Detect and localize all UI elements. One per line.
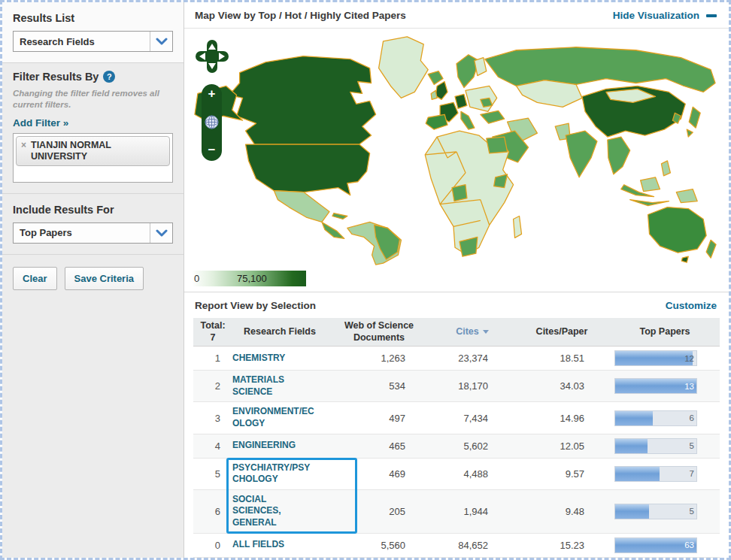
hide-visualization-link[interactable]: Hide Visualization bbox=[613, 10, 717, 21]
results-list-dropdown-value: Research Fields bbox=[14, 36, 95, 47]
customize-link[interactable]: Customize bbox=[666, 300, 717, 311]
include-results-dropdown-value: Top Papers bbox=[14, 227, 72, 238]
page: Results List Research Fields Filter Resu… bbox=[0, 0, 731, 560]
include-results-dropdown[interactable]: Top Papers bbox=[13, 222, 173, 244]
filter-section: Filter Results By ? Changing the filter … bbox=[2, 63, 184, 194]
cites-per-paper-value: 15.23 bbox=[514, 540, 610, 551]
filter-note: Changing the filter field removes all cu… bbox=[13, 88, 173, 110]
cites-value: 7,434 bbox=[431, 413, 514, 424]
row-rank: 0 bbox=[193, 540, 232, 551]
top-papers-bar: 5 bbox=[614, 504, 697, 519]
research-field-link[interactable]: ALL FIELDS bbox=[232, 539, 317, 551]
sidebar-buttons: Clear Save Criteria bbox=[2, 255, 184, 302]
cites-per-paper-value: 9.57 bbox=[514, 468, 610, 480]
cites-value: 4,488 bbox=[431, 468, 514, 480]
clear-button[interactable]: Clear bbox=[13, 267, 57, 290]
globe-icon[interactable] bbox=[205, 115, 219, 129]
total-value: 7 bbox=[193, 332, 232, 344]
results-list-dropdown[interactable]: Research Fields bbox=[13, 31, 173, 52]
row-rank: 3 bbox=[193, 413, 232, 424]
top-papers-bar: 13 bbox=[614, 378, 697, 394]
top-papers-bar: 7 bbox=[614, 466, 697, 482]
documents-value: 1,263 bbox=[327, 353, 431, 364]
documents-value: 534 bbox=[327, 380, 431, 392]
research-field-link[interactable]: ENGINEERING bbox=[232, 440, 317, 452]
remove-filter-icon[interactable]: × bbox=[21, 140, 26, 151]
chevron-down-icon bbox=[150, 32, 172, 51]
chevron-down-icon bbox=[150, 223, 172, 243]
top-papers-value: 7 bbox=[690, 469, 694, 478]
top-papers-bar: 12 bbox=[614, 350, 697, 366]
top-papers-value: 5 bbox=[690, 507, 694, 516]
documents-header: Web of Science Documents bbox=[327, 320, 431, 344]
save-criteria-button[interactable]: Save Criteria bbox=[65, 267, 144, 290]
map-title: Map View by Top / Hot / Highly Cited Pap… bbox=[195, 10, 406, 21]
row-rank: 5 bbox=[193, 468, 232, 480]
top-papers-header: Top Papers bbox=[610, 326, 720, 338]
documents-value: 5,560 bbox=[327, 540, 431, 551]
research-field-link[interactable]: SOCIAL SCIENCES, GENERAL bbox=[232, 494, 317, 529]
row-rank: 2 bbox=[193, 380, 232, 392]
top-papers-value: 13 bbox=[684, 382, 694, 391]
cites-value: 18,170 bbox=[431, 380, 514, 392]
cites-header[interactable]: Cites bbox=[431, 326, 514, 338]
top-papers-bar: 6 bbox=[614, 410, 697, 426]
filter-title: Filter Results By bbox=[13, 71, 99, 83]
research-field-link[interactable]: CHEMISTRY bbox=[232, 353, 317, 365]
collapse-icon bbox=[706, 14, 717, 17]
table-row: 2 MATERIALS SCIENCE 534 18,170 34.03 13 bbox=[193, 371, 720, 402]
include-results-section: Include Results For Top Papers bbox=[2, 194, 184, 255]
row-rank: 4 bbox=[193, 440, 232, 452]
table-row: 1 CHEMISTRY 1,263 23,374 18.51 12 bbox=[193, 347, 720, 371]
main-panel: Map View by Top / Hot / Highly Cited Pap… bbox=[184, 2, 729, 558]
report-title: Report View by Selection bbox=[195, 300, 316, 311]
sort-descending-icon bbox=[483, 330, 489, 334]
legend-gradient-bar: 0 75,100 bbox=[192, 271, 306, 286]
research-field-link[interactable]: MATERIALS SCIENCE bbox=[232, 374, 317, 398]
world-map[interactable]: + − bbox=[184, 29, 729, 271]
map-header: Map View by Top / Hot / Highly Cited Pap… bbox=[184, 2, 729, 29]
cites-value: 5,602 bbox=[431, 440, 514, 452]
include-results-title: Include Results For bbox=[13, 204, 173, 216]
filter-tag: × TIANJIN NORMAL UNIVERSITY bbox=[16, 136, 170, 166]
cites-value: 23,374 bbox=[431, 353, 514, 364]
legend-max-value: 75,100 bbox=[237, 273, 267, 284]
cites-per-paper-value: 18.51 bbox=[514, 353, 610, 364]
documents-value: 469 bbox=[327, 468, 431, 480]
map-legend: 0 75,100 bbox=[184, 271, 729, 292]
zoom-control: + − bbox=[202, 84, 222, 161]
zoom-out-button[interactable]: − bbox=[208, 144, 216, 156]
table-header-row: Total: 7 Research Fields Web of Science … bbox=[193, 318, 720, 347]
research-fields-header: Research Fields bbox=[232, 326, 327, 338]
sidebar: Results List Research Fields Filter Resu… bbox=[2, 2, 184, 558]
report-header: Report View by Selection Customize bbox=[184, 292, 729, 318]
cites-per-paper-value: 34.03 bbox=[514, 380, 610, 392]
pan-control[interactable] bbox=[195, 39, 229, 74]
cites-value: 1,944 bbox=[431, 506, 514, 517]
research-field-link[interactable]: PSYCHIATRY/PSYCHOLOGY bbox=[232, 462, 317, 486]
top-papers-bar: 5 bbox=[614, 438, 697, 454]
top-papers-bar: 63 bbox=[614, 537, 697, 553]
top-papers-value: 5 bbox=[690, 441, 694, 450]
row-rank: 1 bbox=[193, 353, 232, 364]
report-table: Total: 7 Research Fields Web of Science … bbox=[193, 318, 720, 558]
cites-per-paper-value: 12.05 bbox=[514, 440, 610, 452]
map-navigation-controls: + − bbox=[195, 39, 229, 161]
total-header: Total: 7 bbox=[193, 320, 232, 344]
zoom-in-button[interactable]: + bbox=[208, 87, 216, 100]
documents-value: 205 bbox=[327, 506, 431, 517]
table-row: 5 PSYCHIATRY/PSYCHOLOGY 469 4,488 9.57 7 bbox=[193, 459, 720, 490]
choropleth-map bbox=[187, 30, 723, 269]
add-filter-link[interactable]: Add Filter » bbox=[13, 117, 68, 129]
row-rank: 6 bbox=[193, 506, 232, 517]
documents-value: 497 bbox=[327, 413, 431, 424]
research-field-link[interactable]: ENVIRONMENT/ECOLOGY bbox=[232, 406, 317, 429]
filter-tag-label: TIANJIN NORMAL UNIVERSITY bbox=[31, 140, 165, 162]
top-papers-value: 63 bbox=[684, 540, 694, 549]
help-icon[interactable]: ? bbox=[103, 71, 115, 83]
cites-header-label: Cites bbox=[456, 326, 479, 338]
cites-per-paper-value: 9.48 bbox=[514, 506, 610, 517]
cites-per-paper-value: 14.96 bbox=[514, 413, 610, 424]
table-row: 4 ENGINEERING 465 5,602 12.05 5 bbox=[193, 434, 720, 459]
cites-value: 84,652 bbox=[431, 540, 514, 551]
